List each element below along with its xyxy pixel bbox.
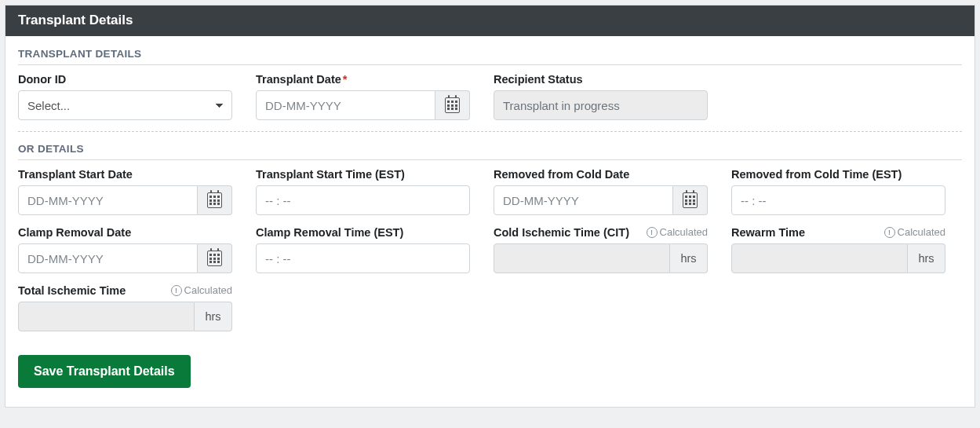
calendar-icon[interactable] bbox=[198, 185, 232, 215]
recipient-status-input bbox=[494, 90, 708, 120]
calendar-icon[interactable] bbox=[673, 185, 708, 215]
transplant-date-input[interactable] bbox=[256, 90, 435, 120]
transplant-start-date-input[interactable] bbox=[18, 185, 198, 215]
info-icon bbox=[647, 227, 658, 238]
section-title-or-details: OR DETAILS bbox=[18, 131, 962, 160]
field-clamp-removal-date: Clamp Removal Date bbox=[18, 226, 232, 273]
removed-cold-date-input[interactable] bbox=[494, 185, 673, 215]
calendar-icon[interactable] bbox=[198, 243, 232, 273]
label-donor-id: Donor ID bbox=[18, 73, 232, 86]
label-transplant-start-date: Transplant Start Date bbox=[18, 168, 133, 181]
field-recipient-status: Recipient Status bbox=[494, 73, 708, 120]
field-total-ischemic: Total Ischemic Time Calculated hrs bbox=[18, 284, 232, 331]
transplant-details-panel: Transplant Details TRANSPLANT DETAILS Do… bbox=[5, 5, 975, 408]
row-details: Donor ID Select... Transplant Date * bbox=[18, 73, 962, 120]
field-removed-cold-time: Removed from Cold Time (EST) bbox=[731, 168, 945, 215]
calculated-badge: Calculated bbox=[171, 284, 232, 296]
removed-cold-time-input[interactable] bbox=[731, 185, 945, 215]
field-removed-cold-date: Removed from Cold Date bbox=[494, 168, 708, 215]
row-or-1: Transplant Start Date Transplant Start T… bbox=[18, 168, 962, 215]
rewarm-input bbox=[731, 243, 908, 273]
label-rewarm: Rewarm Time bbox=[731, 226, 805, 239]
label-transplant-date: Transplant Date * bbox=[256, 73, 470, 86]
donor-id-select[interactable]: Select... bbox=[18, 90, 232, 120]
field-transplant-date: Transplant Date * bbox=[256, 73, 470, 120]
label-cit: Cold Ischemic Time (CIT) bbox=[494, 226, 629, 239]
row-or-2: Clamp Removal Date Clamp Removal Time (E… bbox=[18, 226, 962, 273]
label-total-ischemic: Total Ischemic Time bbox=[18, 284, 126, 297]
save-button[interactable]: Save Transplant Details bbox=[18, 355, 191, 388]
clamp-removal-date-input[interactable] bbox=[18, 243, 198, 273]
calendar-icon[interactable] bbox=[435, 90, 470, 120]
section-title-transplant-details: TRANSPLANT DETAILS bbox=[18, 44, 962, 65]
unit-hrs: hrs bbox=[908, 243, 945, 273]
label-clamp-removal-date: Clamp Removal Date bbox=[18, 226, 131, 239]
label-removed-cold-time: Removed from Cold Time (EST) bbox=[731, 168, 902, 181]
field-transplant-start-date: Transplant Start Date bbox=[18, 168, 232, 215]
panel-body: TRANSPLANT DETAILS Donor ID Select... Tr… bbox=[5, 36, 975, 407]
label-clamp-removal-time: Clamp Removal Time (EST) bbox=[256, 226, 403, 239]
label-recipient-status: Recipient Status bbox=[494, 73, 708, 86]
label-removed-cold-date: Removed from Cold Date bbox=[494, 168, 629, 181]
field-cit: Cold Ischemic Time (CIT) Calculated hrs bbox=[494, 226, 708, 273]
calculated-badge: Calculated bbox=[884, 226, 945, 238]
transplant-start-time-input[interactable] bbox=[256, 185, 470, 215]
panel-title: Transplant Details bbox=[5, 5, 975, 36]
total-ischemic-input bbox=[18, 302, 195, 331]
cit-input bbox=[494, 243, 670, 273]
field-clamp-removal-time: Clamp Removal Time (EST) bbox=[256, 226, 470, 273]
info-icon bbox=[171, 285, 182, 296]
unit-hrs: hrs bbox=[195, 302, 232, 331]
clamp-removal-time-input[interactable] bbox=[256, 243, 470, 273]
field-transplant-start-time: Transplant Start Time (EST) bbox=[256, 168, 470, 215]
field-donor-id: Donor ID Select... bbox=[18, 73, 232, 120]
field-rewarm: Rewarm Time Calculated hrs bbox=[731, 226, 945, 273]
calculated-badge: Calculated bbox=[647, 226, 708, 238]
label-transplant-start-time: Transplant Start Time (EST) bbox=[256, 168, 405, 181]
info-icon bbox=[884, 227, 895, 238]
row-or-3: Total Ischemic Time Calculated hrs bbox=[18, 284, 962, 331]
unit-hrs: hrs bbox=[670, 243, 708, 273]
